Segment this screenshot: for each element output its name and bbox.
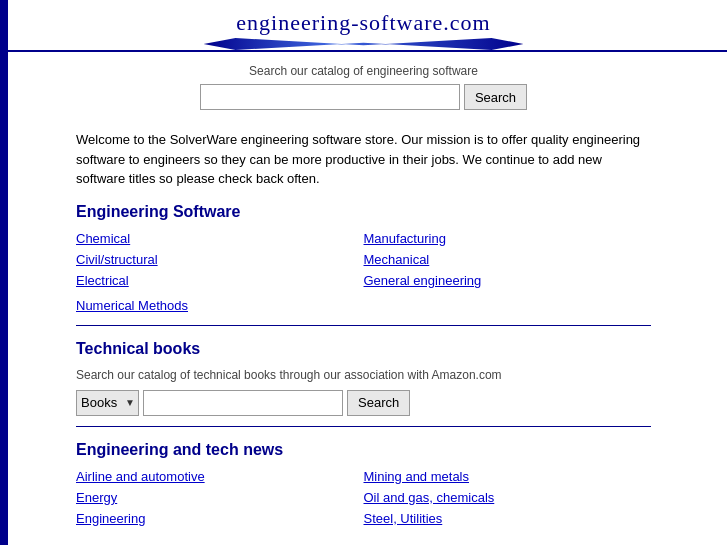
left-accent-bar (0, 0, 8, 536)
link-mining[interactable]: Mining and metals (364, 469, 470, 484)
link-civil-cell: Civil/structural (76, 252, 364, 267)
link-general[interactable]: General engineering (364, 273, 482, 288)
books-select[interactable]: Books (76, 390, 139, 416)
link-energy-cell: Energy (76, 490, 364, 505)
top-search-row: Search (76, 84, 651, 110)
books-search-button[interactable]: Search (347, 390, 410, 416)
link-oil[interactable]: Oil and gas, chemicals (364, 490, 495, 505)
link-mechanical[interactable]: Mechanical (364, 252, 430, 267)
link-manufacturing-cell: Manufacturing (364, 231, 652, 246)
site-header: engineering-software.com (0, 0, 727, 52)
link-manufacturing[interactable]: Manufacturing (364, 231, 446, 246)
link-chemical-cell: Chemical (76, 231, 364, 246)
link-engineering-news[interactable]: Engineering (76, 511, 145, 526)
link-chemical[interactable]: Chemical (76, 231, 130, 246)
top-search-button[interactable]: Search (464, 84, 527, 110)
link-mining-cell: Mining and metals (364, 469, 652, 484)
books-search-input[interactable] (143, 390, 343, 416)
link-mechanical-cell: Mechanical (364, 252, 652, 267)
books-select-wrapper: Books ▼ (76, 390, 139, 416)
engineering-software-links: Chemical Manufacturing Civil/structural … (76, 231, 651, 288)
header-decoration (204, 38, 524, 50)
link-airline-cell: Airline and automotive (76, 469, 364, 484)
welcome-text: Welcome to the SolverWare engineering so… (76, 120, 651, 203)
link-electrical-cell: Electrical (76, 273, 364, 288)
link-steel[interactable]: Steel, Utilities (364, 511, 443, 526)
link-electrical[interactable]: Electrical (76, 273, 129, 288)
link-general-cell: General engineering (364, 273, 652, 288)
link-energy[interactable]: Energy (76, 490, 117, 505)
tech-books-section: Technical books Search our catalog of te… (76, 340, 651, 416)
news-links: Airline and automotive Mining and metals… (76, 469, 651, 526)
link-airline[interactable]: Airline and automotive (76, 469, 205, 484)
tech-books-title: Technical books (76, 340, 651, 358)
divider-2 (76, 426, 651, 427)
main-content: Search our catalog of engineering softwa… (16, 52, 711, 526)
books-search-label: Search our catalog of technical books th… (76, 368, 651, 382)
link-numerical-cell: Numerical Methods (76, 298, 651, 313)
link-steel-cell: Steel, Utilities (364, 511, 652, 526)
news-section: Engineering and tech news Airline and au… (76, 441, 651, 526)
link-civil[interactable]: Civil/structural (76, 252, 158, 267)
books-search-row: Books ▼ Search (76, 390, 651, 416)
engineering-software-title: Engineering Software (76, 203, 651, 221)
divider-1 (76, 325, 651, 326)
link-numerical[interactable]: Numerical Methods (76, 298, 188, 313)
news-title: Engineering and tech news (76, 441, 651, 459)
site-title: engineering-software.com (0, 10, 727, 36)
top-search-section: Search our catalog of engineering softwa… (76, 52, 651, 120)
top-search-input[interactable] (200, 84, 460, 110)
link-engineering-cell: Engineering (76, 511, 364, 526)
link-oil-cell: Oil and gas, chemicals (364, 490, 652, 505)
top-search-label: Search our catalog of engineering softwa… (76, 64, 651, 78)
